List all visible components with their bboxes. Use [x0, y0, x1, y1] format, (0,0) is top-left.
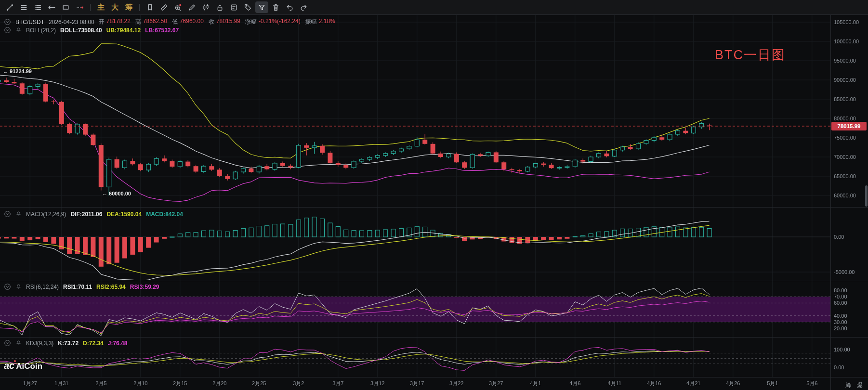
chips-distribution-button[interactable]: 筹	[845, 381, 851, 390]
axis-tick-label: 70.00	[834, 294, 847, 299]
last-price-badge: 78015.99	[831, 122, 867, 130]
axis-tick-label: 105000.00	[834, 19, 859, 25]
zoom-in-icon[interactable]	[171, 1, 184, 13]
date-tick-label: 4月6	[569, 380, 580, 387]
brush-dots-icon[interactable]	[73, 1, 86, 13]
indicator-value: DEA:1590.04	[106, 211, 142, 218]
date-tick-label: 3月7	[332, 380, 343, 387]
axis-tick-label: 80000.00	[834, 116, 856, 121]
undo-icon[interactable]	[283, 1, 296, 13]
date-tick-label: 3月12	[370, 380, 384, 387]
date-tick-label: 2月15	[173, 380, 187, 387]
aicoin-logo-text: AiCoin	[16, 362, 42, 371]
chips-button[interactable]: 筹	[122, 3, 135, 12]
main-button[interactable]: 主	[94, 3, 107, 12]
drawing-toolbar: 主大筹	[0, 0, 868, 15]
candle-datetime: 2026-04-23 08:00	[49, 19, 94, 26]
collapse-chevron-icon[interactable]	[4, 339, 11, 347]
macd-indicator-row: MACD(12,26,9)DIF:2011.06DEA:1590.04MACD:…	[4, 210, 183, 218]
axis-tick-label: 0.00	[834, 364, 844, 370]
date-tick-label: 4月1	[530, 380, 541, 387]
field-value: 78178.22	[106, 18, 131, 26]
indicator-name: KDJ(9,3,3)	[26, 340, 53, 347]
date-tick-label: 2月5	[95, 380, 106, 387]
bookmark-icon[interactable]	[144, 1, 157, 13]
large-button[interactable]: 大	[108, 3, 121, 12]
date-tick-label: 2月25	[252, 380, 266, 387]
alert-bell-icon[interactable]	[15, 27, 22, 33]
indicator-value: D:72.34	[83, 340, 104, 347]
list-lines-icon[interactable]	[31, 1, 44, 13]
axis-tick-label: 100.00	[834, 347, 850, 352]
collapse-chevron-icon[interactable]	[4, 210, 11, 218]
ohlc-field: 振幅2.18%	[305, 18, 335, 26]
indicator-value: UB:79484.12	[106, 27, 141, 34]
indicator-value: MACD:842.04	[146, 211, 183, 218]
axis-tick-label: 80.00	[834, 287, 847, 293]
kdj-indicator-row: KDJ(9,3,3)K:73.72D:72.34J:76.48	[4, 339, 127, 347]
date-tick-label: 1月27	[23, 380, 37, 387]
field-value: 2.18%	[319, 18, 335, 26]
date-axis[interactable]: 1月271月312月52月102月152月202月253月23月73月123月1…	[0, 380, 830, 390]
unlock-icon[interactable]	[213, 1, 226, 13]
field-label: 收	[209, 18, 214, 26]
ohlc-field: 涨幅-0.21%(-162.24)	[245, 18, 301, 26]
axis-tick-label: -5000.00	[834, 269, 855, 275]
date-tick-label: 2月10	[133, 380, 147, 387]
rsi-indicator-row: RSI(6,12,24)RSI1:70.11RSI2:65.94RSI3:59.…	[4, 283, 159, 290]
axis-tick-label: 60000.00	[834, 193, 856, 198]
ohlc-fields: 开78178.22高78662.50低76960.00收78015.99涨幅-0…	[99, 18, 335, 26]
low-price-annotation: ← 60000.00	[102, 191, 131, 196]
axis-tick-label: 40.00	[834, 313, 847, 319]
field-label: 高	[135, 18, 141, 26]
axis-tick-label: 90000.00	[834, 77, 856, 83]
trendline-icon[interactable]	[3, 1, 16, 13]
liquidation-button[interactable]: 爆	[857, 381, 863, 390]
form-edit-icon[interactable]	[227, 1, 240, 13]
rectangle-tool-icon[interactable]	[59, 1, 72, 13]
ohlc-field: 开78178.22	[99, 18, 131, 26]
axis-tick-label: 20.00	[834, 325, 847, 331]
alert-bell-icon[interactable]	[15, 211, 22, 217]
axis-tick-label: 95000.00	[834, 58, 856, 64]
indicator-value: DIF:2011.06	[70, 211, 102, 218]
tag-icon[interactable]	[241, 1, 254, 13]
date-tick-label: 2月20	[212, 380, 226, 387]
scrollbar-thumb[interactable]	[865, 185, 868, 207]
alert-bell-icon[interactable]	[15, 284, 22, 290]
ohlc-field: 高78662.50	[135, 18, 167, 26]
collapse-chevron-icon[interactable]	[4, 283, 11, 290]
arrow-line-icon[interactable]	[45, 1, 58, 13]
collapse-chevron-icon[interactable]	[4, 18, 11, 26]
indicator-name: MACD(12,26,9)	[26, 211, 66, 218]
indicator-value: BOLL:73508.40	[60, 27, 102, 34]
chart-title-annotation: BTC一日图	[715, 46, 786, 64]
ruler-icon[interactable]	[158, 1, 171, 13]
filter-icon[interactable]	[255, 1, 268, 13]
alert-bell-icon[interactable]	[15, 340, 22, 346]
aicoin-logo-mark: ac	[4, 360, 14, 371]
date-tick-label: 3月27	[489, 380, 503, 387]
date-tick-label: 3月17	[410, 380, 424, 387]
field-label: 振幅	[305, 18, 317, 26]
axis-tick-label: 75000.00	[834, 135, 856, 141]
date-tick-label: 3月2	[293, 380, 304, 387]
candlestick-tool-icon[interactable]	[199, 1, 212, 13]
horizontal-segments-icon[interactable]	[17, 1, 30, 13]
signature-pen-icon[interactable]	[185, 1, 198, 13]
toolbar-separator	[90, 4, 91, 11]
ohlc-field: 低76960.00	[172, 18, 204, 26]
high-price-annotation: ← 91224.99	[3, 68, 32, 74]
indicator-name: RSI(6,12,24)	[26, 284, 59, 290]
date-tick-label: 3月22	[449, 380, 463, 387]
trash-icon[interactable]	[269, 1, 282, 13]
aicoin-logo: ac AiCoin	[4, 360, 42, 371]
redo-icon[interactable]	[297, 1, 310, 13]
collapse-chevron-icon[interactable]	[4, 26, 11, 34]
ohlc-field: 收78015.99	[209, 18, 240, 26]
indicator-value: RSI3:59.29	[130, 284, 159, 290]
field-value: -0.21%(-162.24)	[259, 18, 301, 26]
indicator-value: RSI1:70.11	[63, 284, 92, 290]
date-tick-label: 1月31	[54, 380, 68, 387]
axis-tick-label: 70000.00	[834, 154, 856, 160]
